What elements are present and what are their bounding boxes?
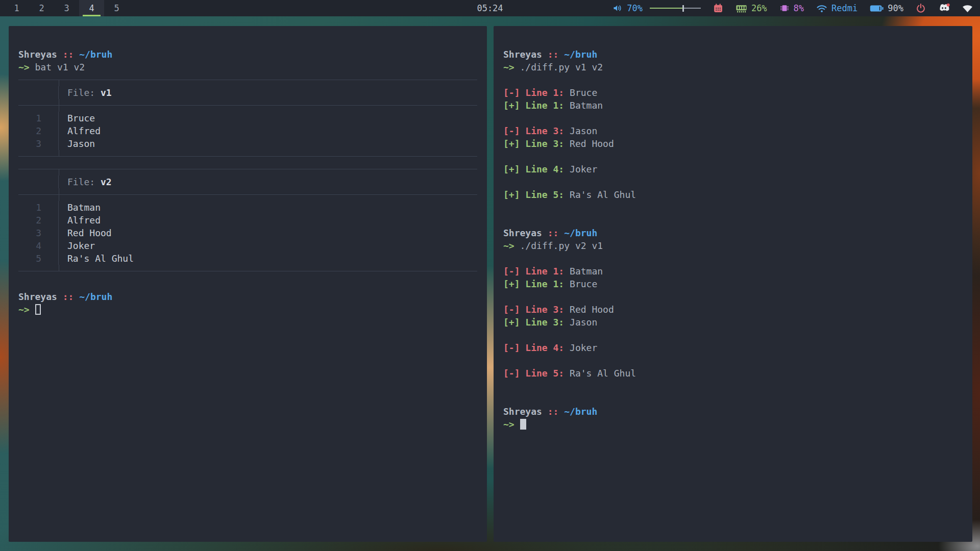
command-text: bat v1 v2 [35, 62, 85, 72]
bat-file-block: File: v11Bruce2Alfred3Jason [18, 73, 477, 163]
cpu-module[interactable]: 8% [779, 0, 804, 16]
cursor-unfocused [35, 304, 41, 315]
file-line-text: Ra's Al Ghul [67, 253, 134, 264]
blank-line [503, 150, 963, 163]
diff-line-removed: [-] Line 4: Joker [503, 341, 963, 354]
battery-module[interactable]: 90% [870, 0, 903, 16]
line-number: 2 [18, 214, 59, 227]
clock: 05:24 [477, 0, 503, 16]
diff-text: Joker [570, 342, 597, 353]
cpu-percent: 8% [794, 3, 804, 13]
diff-marker: [+] Line 1: [503, 279, 564, 289]
speaker-icon [612, 3, 623, 13]
diff-line-removed: [-] Line 3: Jason [503, 124, 963, 137]
file-line-cell: Joker [59, 239, 95, 252]
blank-line [18, 278, 477, 290]
command-line: ~> ./diff.py v2 v1 [503, 239, 963, 252]
line-number: 4 [18, 239, 59, 252]
diff-marker: [-] Line 5: [503, 368, 564, 379]
file-name: v1 [101, 87, 112, 98]
volume-module[interactable]: 70% [612, 0, 701, 16]
workspace-button-5[interactable]: 5 [104, 0, 129, 16]
line-number: 3 [18, 227, 59, 239]
prompt-path: ~/bruh [79, 49, 112, 60]
diff-text: Joker [570, 164, 597, 174]
blank-line [503, 329, 963, 341]
file-line: 3Red Hood [18, 227, 477, 239]
file-header-row: File: v2 [18, 176, 477, 188]
volume-slider-fill [650, 8, 682, 9]
volume-slider[interactable] [650, 5, 701, 12]
network-module[interactable]: Redmi [816, 0, 857, 16]
file-header-cell: File: v2 [59, 176, 112, 188]
command-text: ./diff.py v2 v1 [520, 240, 603, 251]
terminal-right[interactable]: Shreyas :: ~/bruh~> ./diff.py v1 v2[-] L… [494, 26, 972, 542]
file-line: 2Alfred [18, 214, 477, 227]
diff-line-removed: [-] Line 3: Red Hood [503, 303, 963, 316]
prompt-user: Shreyas [503, 49, 542, 60]
diff-text: Jason [570, 126, 597, 136]
diff-marker: [-] Line 4: [503, 342, 564, 353]
file-line: 4Joker [18, 239, 477, 252]
battery-icon [870, 5, 884, 12]
diff-text: Bruce [570, 279, 597, 289]
bat-rule [18, 188, 477, 201]
file-line: 2Alfred [18, 124, 477, 137]
prompt-arrow: ~> [503, 419, 514, 430]
bat-file-block: File: v21Batman2Alfred3Red Hood4Joker5Ra… [18, 163, 477, 278]
diff-line-removed: [-] Line 1: Batman [503, 265, 963, 278]
cursor-focused [520, 419, 526, 430]
memory-module[interactable]: 26% [736, 0, 767, 16]
workspace-button-1[interactable]: 1 [4, 0, 29, 16]
line-number: 1 [18, 201, 59, 214]
prompt-arrow: ~> [18, 62, 30, 72]
prompt-separator: :: [548, 406, 559, 417]
volume-slider-track [684, 8, 701, 9]
line-number: 3 [18, 137, 59, 150]
power-button[interactable] [916, 0, 926, 16]
prompt-arrow: ~> [503, 240, 514, 251]
workspace-button-3[interactable]: 3 [54, 0, 79, 16]
workspace-button-2[interactable]: 2 [29, 0, 54, 16]
diff-marker: [-] Line 1: [503, 266, 564, 277]
workspace-switcher: 12345 [4, 0, 129, 16]
cursor-line: ~> [18, 303, 477, 316]
file-line-cell: Ra's Al Ghul [59, 252, 134, 265]
prompt-separator: :: [548, 228, 559, 238]
network-tray-icon[interactable] [962, 0, 973, 16]
diff-marker: [+] Line 3: [503, 317, 564, 328]
line-number-gutter [18, 86, 59, 99]
blank-line [503, 252, 963, 265]
discord-tray-icon[interactable] [938, 0, 950, 16]
diff-marker: [-] Line 3: [503, 304, 564, 315]
battery-percent: 90% [888, 3, 903, 13]
file-line: 1Bruce [18, 112, 477, 124]
file-line-text: Jason [67, 138, 95, 149]
diff-marker: [+] Line 1: [503, 100, 564, 111]
file-line: 1Batman [18, 201, 477, 214]
blank-line [503, 380, 963, 392]
blank-line [503, 290, 963, 303]
prompt-user: Shreyas [18, 49, 57, 60]
diff-text: Red Hood [570, 304, 614, 315]
diff-marker: [-] Line 3: [503, 126, 564, 136]
diff-line-added: [+] Line 3: Red Hood [503, 137, 963, 150]
blank-line [503, 112, 963, 124]
diff-marker: [-] Line 1: [503, 87, 564, 98]
blank-line [503, 392, 963, 405]
diff-marker: [+] Line 4: [503, 164, 564, 174]
terminal-right-content: Shreyas :: ~/bruh~> ./diff.py v1 v2[-] L… [494, 26, 972, 431]
bar-modules: 70% 26% 8% Redmi 90% [612, 0, 973, 16]
prompt-arrow: ~> [503, 62, 514, 72]
workspace-button-4[interactable]: 4 [79, 0, 104, 16]
prompt-path: ~/bruh [79, 291, 112, 302]
diff-line-added: [+] Line 1: Batman [503, 99, 963, 112]
calendar-module[interactable] [713, 0, 723, 16]
prompt-separator: :: [548, 49, 559, 60]
command-line: ~> bat v1 v2 [18, 61, 477, 73]
file-line-cell: Alfred [59, 124, 101, 137]
terminal-left[interactable]: Shreyas :: ~/bruh ~> bat v1 v2 File: v11… [9, 26, 487, 542]
prompt-separator: :: [63, 291, 74, 302]
prompt-line: Shreyas :: ~/bruh [503, 405, 963, 418]
file-line-cell: Alfred [59, 214, 101, 227]
